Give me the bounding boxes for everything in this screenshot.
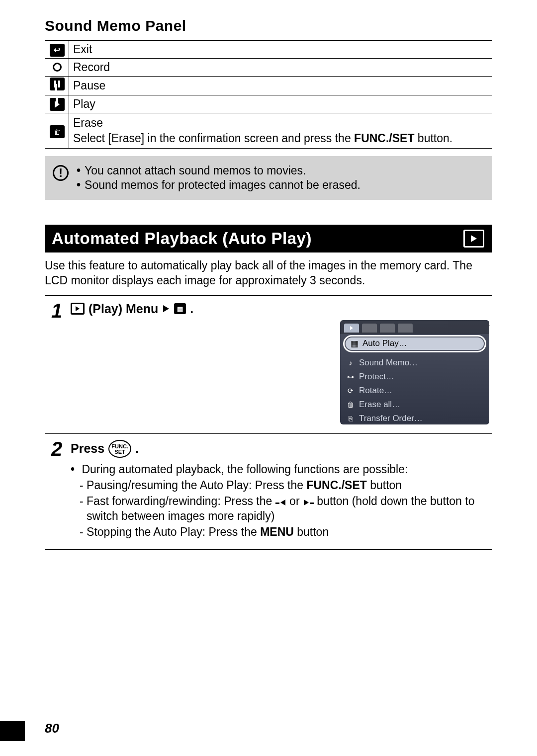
lcd-row: ⎘Transfer Order… (340, 412, 489, 424)
exclamation-icon: ! (53, 165, 69, 181)
steps-table: 1 (Play) Menu ▦ . See Menus and Settings… (45, 295, 492, 550)
autoplay-icon: ▦ (174, 303, 186, 314)
page: Sound Memo Panel ↩ Exit Record Pause (0, 0, 537, 756)
step-number: 1 (45, 296, 69, 433)
pause-label: Pause (69, 77, 492, 95)
lcd-row: ♪Sound Memo… (340, 356, 489, 370)
note-item: Sound memos for protected images cannot … (77, 178, 360, 192)
lcd-row: 🗑Erase all… (340, 398, 489, 412)
dash-item: Pausing/resuming the Auto Play: Press th… (80, 478, 490, 493)
exit-label: Exit (69, 41, 492, 59)
autoplay-row-icon: ▦ (351, 338, 358, 349)
right-arrow-icon (304, 500, 309, 505)
note-list: You cannot attach sound memos to movies.… (77, 163, 360, 193)
func-set-button-icon: FUNC. SET (108, 440, 131, 458)
record-label: Record (69, 59, 492, 77)
erase-icon: 🗑 (50, 125, 65, 138)
lcd-item-autoplay: Auto Play… (362, 338, 407, 348)
section-header: Automated Playback (Auto Play) (45, 225, 492, 252)
step-1-heading: (Play) Menu ▦ . (71, 302, 490, 316)
lcd-tab-icon (398, 324, 413, 333)
note-item: You cannot attach sound memos to movies. (77, 164, 360, 177)
table-row: Play (45, 95, 492, 113)
step-2: 2 Press FUNC. SET . During automated pla… (45, 434, 492, 550)
sound-memo-table: ↩ Exit Record Pause Play (45, 40, 492, 149)
table-row: ↩ Exit (45, 41, 492, 59)
rotate-row-icon: ⟳ (346, 387, 355, 395)
protect-row-icon: ⊶ (346, 373, 355, 381)
lcd-highlight: ▦ Auto Play… (343, 335, 486, 352)
lcd-tab-play-icon (344, 324, 359, 333)
important-note: ! You cannot attach sound memos to movie… (45, 156, 492, 200)
record-icon (50, 61, 65, 74)
step-1: 1 (Play) Menu ▦ . See Menus and Settings… (45, 296, 492, 434)
play-label: Play (69, 95, 492, 113)
dash-item: Fast forwarding/rewinding: Press the or … (80, 494, 490, 524)
transfer-row-icon: ⎘ (346, 415, 355, 422)
section-intro: Use this feature to automatically play b… (45, 258, 492, 288)
exit-icon: ↩ (50, 44, 65, 57)
erase-description: Select [Erase] in the confirmation scree… (73, 131, 488, 146)
lcd-row: ⊶Protect… (340, 370, 489, 384)
nav-arrow-icon (163, 305, 169, 312)
table-row: Record (45, 59, 492, 77)
section-title: Automated Playback (Auto Play) (52, 229, 312, 248)
side-tab (0, 721, 25, 741)
sound-memo-heading: Sound Memo Panel (45, 17, 492, 34)
erase-cell: Erase Select [Erase] in the confirmation… (69, 113, 492, 149)
play-menu-icon (71, 303, 85, 315)
table-row: Pause (45, 77, 492, 95)
lcd-tab-icon (362, 324, 377, 333)
lcd-tab-icon (380, 324, 395, 333)
playback-mode-icon (463, 230, 484, 248)
erase-all-row-icon: 🗑 (346, 401, 355, 409)
step-2-heading: Press FUNC. SET . (71, 440, 490, 458)
step-2-bullets: During automated playback, the following… (71, 463, 490, 540)
step-number: 2 (45, 434, 69, 550)
bullet-item: During automated playback, the following… (71, 463, 490, 540)
lcd-row: ⟳Rotate… (340, 384, 489, 398)
left-arrow-icon (280, 500, 285, 505)
dash-item: Stopping the Auto Play: Press the MENU b… (80, 525, 490, 540)
sound-memo-row-icon: ♪ (346, 359, 355, 367)
table-row: 🗑 Erase Select [Erase] in the confirmati… (45, 113, 492, 149)
page-number: 80 (45, 721, 59, 736)
pause-icon (50, 78, 65, 90)
lcd-menu-screenshot: ▦ Auto Play… ♪Sound Memo… ⊶Protect… ⟳Rot… (340, 320, 489, 424)
erase-title: Erase (73, 115, 488, 131)
